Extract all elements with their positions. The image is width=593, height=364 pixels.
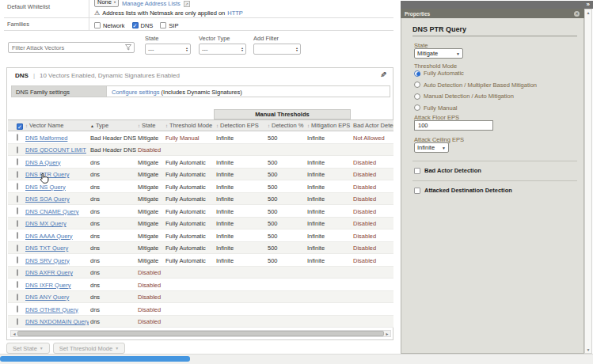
row-checkbox[interactable] bbox=[17, 269, 18, 276]
table-horizontal-scrollbar[interactable]: ◂ ▸ bbox=[10, 330, 391, 337]
row-checkbox[interactable] bbox=[17, 183, 18, 190]
row-checkbox[interactable] bbox=[17, 171, 18, 178]
attack-floor-input[interactable] bbox=[414, 120, 493, 131]
threshold-mode-label: Threshold Mode bbox=[414, 63, 457, 70]
vector-name-link[interactable]: DNS CNAME Query bbox=[25, 208, 79, 215]
attacked-destination-checkbox[interactable] bbox=[414, 188, 420, 194]
row-checkbox[interactable] bbox=[17, 294, 18, 301]
add-filter-select[interactable]: ▴▾ bbox=[253, 44, 301, 55]
row-checkbox[interactable] bbox=[17, 220, 18, 227]
radio-button[interactable] bbox=[414, 93, 420, 100]
cell-value: Infinite bbox=[216, 159, 234, 166]
vector-name-link[interactable]: DNS NXDOMAIN Query bbox=[25, 318, 89, 325]
bad-actor-checkbox[interactable] bbox=[414, 168, 420, 174]
vector-name-link[interactable]: DNS AXFR Query bbox=[25, 269, 73, 276]
bad-actor-label: Bad Actor Detection bbox=[424, 167, 481, 174]
vector-name-link[interactable]: DNS NS Query bbox=[25, 184, 66, 191]
cell-detection-pct bbox=[266, 279, 306, 290]
http-link[interactable]: HTTP bbox=[227, 9, 243, 17]
cell-detection-eps bbox=[215, 144, 266, 156]
vector-name-link[interactable]: DNS TXT Query bbox=[25, 245, 68, 252]
row-checkbox[interactable] bbox=[17, 318, 18, 325]
manage-address-lists-link[interactable]: Manage Address Lists bbox=[122, 0, 181, 7]
cell-value: 500 bbox=[268, 135, 278, 142]
cell-state: Disabled bbox=[136, 279, 164, 290]
scroll-right-icon[interactable]: ▸ bbox=[384, 331, 390, 336]
radio-button[interactable] bbox=[414, 82, 420, 88]
vector-name-link[interactable]: DNS SOA Query bbox=[25, 195, 70, 203]
cell-value: Disabled bbox=[353, 220, 376, 227]
radio-button[interactable] bbox=[414, 104, 420, 111]
scroll-up-icon[interactable]: ▲ bbox=[585, 10, 591, 15]
state-select[interactable]: Mitigate ▼ bbox=[414, 48, 463, 59]
column-header-type[interactable]: ▲Type bbox=[89, 120, 136, 131]
cell-value: 500 bbox=[268, 159, 278, 166]
set-threshold-mode-button[interactable]: Set Threshold Mode ▼ bbox=[53, 343, 125, 354]
cell-state: Mitigate bbox=[136, 205, 164, 217]
cell-detection-eps bbox=[215, 303, 266, 315]
vector-name-link[interactable]: DNS OTHER Query bbox=[25, 306, 78, 313]
vector-name-link[interactable]: DNS SRV Query bbox=[25, 257, 70, 264]
vector-type-filter-select[interactable]: --- ▴▾ bbox=[199, 44, 246, 55]
close-icon[interactable]: ✕ bbox=[574, 11, 580, 17]
family-checkbox-sip[interactable] bbox=[160, 22, 166, 28]
row-checkbox[interactable] bbox=[17, 256, 18, 264]
row-checkbox[interactable] bbox=[17, 232, 18, 239]
row-checkbox[interactable] bbox=[17, 158, 18, 165]
column-header-detection-eps[interactable]: ↕Detection EPS bbox=[215, 120, 266, 131]
row-checkbox[interactable] bbox=[17, 245, 18, 252]
column-header-state[interactable]: ↕State bbox=[136, 120, 164, 131]
row-checkbox[interactable] bbox=[17, 281, 18, 288]
row-checkbox[interactable] bbox=[17, 146, 18, 154]
radio-button[interactable] bbox=[414, 70, 420, 77]
panel-collapse-bar: » bbox=[401, 1, 593, 9]
state-filter-select[interactable]: --- ▴▾ bbox=[145, 44, 191, 55]
family-checkbox-network[interactable] bbox=[94, 22, 101, 28]
filter-attack-vectors-input[interactable] bbox=[9, 44, 125, 51]
configure-settings-link[interactable]: Configure settings bbox=[112, 89, 159, 96]
cell-name: DNS AAAA Query bbox=[24, 229, 89, 241]
column-header-mitigation-eps[interactable]: ↕Mitigation EPS bbox=[306, 120, 352, 131]
vector-name-link[interactable]: DNS Malformed bbox=[25, 135, 67, 142]
cell-name: DNS MX Query bbox=[24, 218, 89, 229]
family-option-label: SIP bbox=[169, 22, 178, 29]
edit-pencil-icon[interactable]: ✎ bbox=[380, 70, 386, 79]
table-row: DNS MX QuerydnsMitigateFully AutomaticIn… bbox=[8, 218, 393, 230]
cell-name: DNS NXDOMAIN Query bbox=[24, 316, 89, 328]
default-whitelist-select[interactable]: None ▾ bbox=[94, 0, 119, 7]
table-row: DNS AAAA QuerydnsMitigateFully Automatic… bbox=[8, 229, 393, 242]
row-checkbox[interactable] bbox=[17, 207, 18, 214]
cell-value: Infinite bbox=[307, 195, 325, 203]
scroll-left-icon[interactable]: ◂ bbox=[11, 331, 17, 336]
vector-properties-heading: DNS PTR Query bbox=[412, 25, 466, 33]
cell-threshold-mode bbox=[164, 291, 215, 303]
row-checkbox[interactable] bbox=[17, 305, 18, 313]
column-header-bad-actor-detec[interactable]: Bad Actor Detec bbox=[352, 120, 393, 131]
cell-value: 500 bbox=[268, 208, 278, 215]
vector-name-link[interactable]: DNS ANY Query bbox=[25, 294, 69, 301]
column-header-label: State bbox=[142, 122, 156, 129]
select-spinner-icon: ▴▾ bbox=[241, 47, 243, 52]
vector-name-link[interactable]: DNS A Query bbox=[25, 159, 61, 166]
row-checkbox[interactable] bbox=[17, 134, 18, 141]
cell-value: Disabled bbox=[353, 208, 376, 215]
column-header-vector-name[interactable]: ↕Vector Name bbox=[24, 120, 89, 131]
set-state-button[interactable]: Set State ▼ bbox=[6, 343, 50, 354]
collapse-panel-icon[interactable]: » bbox=[587, 1, 590, 9]
family-checkbox-dns[interactable]: ✓ bbox=[132, 22, 139, 28]
vector-name-link[interactable]: DNS MX Query bbox=[25, 220, 67, 227]
panel-vertical-scrollbar[interactable]: ▲ ▼ bbox=[584, 9, 592, 354]
attack-ceiling-select[interactable]: Infinite ▼ bbox=[414, 142, 449, 153]
horizontal-scroll-thumb[interactable] bbox=[17, 331, 384, 336]
column-header-detection-[interactable]: ↕Detection % bbox=[266, 120, 306, 131]
vector-name-link[interactable]: DNS AAAA Query bbox=[25, 233, 73, 240]
page-scroll-thumb[interactable] bbox=[0, 356, 190, 362]
column-header-threshold-mode[interactable]: ↕Threshold Mode bbox=[164, 120, 215, 131]
scroll-down-icon[interactable]: ▼ bbox=[585, 347, 591, 352]
row-checkbox-cell bbox=[8, 242, 24, 254]
vector-name-link[interactable]: DNS QDCOUNT LIMIT bbox=[25, 146, 86, 154]
vector-name-link[interactable]: DNS IXFR Query bbox=[25, 282, 71, 289]
select-all-checkbox[interactable]: ✓ bbox=[17, 123, 23, 130]
row-checkbox[interactable] bbox=[17, 195, 18, 203]
cell-value: Disabled bbox=[353, 159, 376, 166]
